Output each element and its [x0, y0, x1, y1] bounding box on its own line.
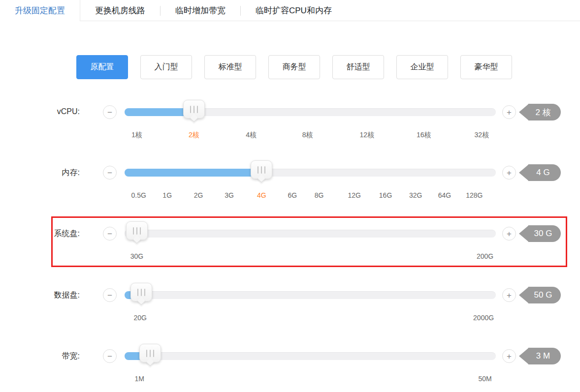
increase-button[interactable]: +	[502, 105, 516, 119]
slider-track[interactable]	[125, 108, 496, 116]
tick-label: 1M	[134, 375, 144, 383]
value-badge-text: 30 G	[528, 225, 561, 242]
tick-label: 6G	[288, 191, 297, 199]
slider-handle[interactable]	[130, 283, 152, 302]
decrease-button[interactable]: −	[103, 349, 117, 363]
tick-label: 1核	[131, 131, 142, 140]
tick-label: 2核	[189, 131, 199, 140]
tick-label: 2000G	[473, 314, 494, 322]
increase-button[interactable]: +	[502, 166, 516, 180]
value-badge: 2 核	[519, 104, 561, 121]
plus-icon: +	[507, 108, 512, 117]
tick-labels: 30G200G	[125, 252, 496, 260]
decrease-button[interactable]: −	[103, 105, 117, 119]
tick-label: 4G	[257, 191, 266, 199]
tick-label: 12核	[360, 131, 375, 140]
slider-row-data-disk: 数据盘: − + 50 G 20G2000G	[0, 281, 580, 331]
tick-label: 4核	[246, 131, 257, 140]
preset-original-config[interactable]: 原配置	[76, 55, 128, 79]
minus-icon: −	[107, 291, 112, 300]
decrease-button[interactable]: −	[103, 288, 117, 302]
preset-business[interactable]: 商务型	[268, 55, 320, 79]
slider-row-vcpu: vCPU: − + 2 核 1核2核4核8核12核16核32核	[0, 98, 580, 148]
slider-handle[interactable]	[183, 100, 205, 119]
tick-label: 3G	[225, 191, 234, 199]
decrease-button[interactable]: −	[103, 227, 117, 241]
preset-comfort[interactable]: 舒适型	[332, 55, 384, 79]
minus-icon: −	[107, 108, 112, 117]
tick-label: 8G	[315, 191, 324, 199]
tick-label: 32G	[409, 191, 422, 199]
value-badge: 50 G	[519, 287, 561, 303]
tick-label: 1G	[162, 191, 172, 199]
slider-fill	[125, 169, 261, 177]
minus-icon: −	[107, 168, 112, 178]
slider-label: 内存:	[25, 168, 80, 178]
slider-track[interactable]	[125, 169, 496, 177]
plus-icon: +	[507, 352, 512, 361]
value-badge-text: 2 核	[528, 104, 561, 121]
plus-icon: +	[507, 229, 512, 239]
tick-label: 128G	[466, 191, 483, 199]
slider-row-system-disk: 系统盘: − + 30 G 30G200G	[0, 220, 580, 269]
slider-track[interactable]	[125, 352, 496, 360]
tick-label: 50M	[479, 375, 492, 383]
tick-label: 20G	[133, 314, 146, 322]
preset-standard[interactable]: 标准型	[204, 55, 256, 79]
tick-labels: 1M50M	[125, 375, 496, 383]
tick-label: 200G	[477, 252, 493, 260]
tick-labels: 20G2000G	[125, 314, 496, 322]
tick-label: 16核	[417, 131, 431, 140]
tab-upgrade-fixed-config[interactable]: 升级固定配置	[0, 0, 80, 21]
value-badge-text: 3 M	[528, 348, 561, 364]
value-badge-text: 4 G	[528, 164, 561, 181]
preset-deluxe[interactable]: 豪华型	[460, 55, 512, 79]
minus-icon: −	[107, 229, 112, 239]
value-badge-text: 50 G	[528, 287, 561, 303]
slider-label: 数据盘:	[25, 290, 80, 301]
decrease-button[interactable]: −	[103, 166, 117, 180]
preset-entry[interactable]: 入门型	[140, 55, 192, 79]
minus-icon: −	[107, 352, 112, 361]
value-badge: 3 M	[519, 348, 561, 364]
preset-button-row: 原配置 入门型 标准型 商务型 舒适型 企业型 豪华型	[76, 55, 524, 79]
increase-button[interactable]: +	[502, 349, 516, 363]
tick-label: 64G	[438, 191, 451, 199]
tick-label: 0.5G	[131, 191, 146, 199]
tick-label: 16G	[379, 191, 392, 199]
tab-temp-increase-bandwidth[interactable]: 临时增加带宽	[161, 0, 240, 21]
tick-label: 8核	[302, 131, 313, 140]
plus-icon: +	[507, 168, 512, 178]
slider-handle[interactable]	[126, 221, 148, 240]
upgrade-config-page: 升级固定配置 更换机房线路 临时增加带宽 临时扩容CPU和内存 原配置 入门型 …	[0, 0, 580, 392]
value-badge: 4 G	[519, 164, 561, 181]
tab-change-datacenter-line[interactable]: 更换机房线路	[80, 0, 160, 21]
slider-label: vCPU:	[25, 107, 80, 116]
tick-label: 2G	[194, 191, 203, 199]
increase-button[interactable]: +	[502, 288, 516, 302]
tick-label: 30G	[130, 252, 143, 260]
slider-handle[interactable]	[139, 344, 161, 362]
slider-handle[interactable]	[251, 160, 272, 179]
preset-enterprise[interactable]: 企业型	[396, 55, 448, 79]
tick-label: 32核	[475, 131, 489, 140]
slider-label: 带宽:	[25, 351, 80, 362]
tick-labels: 1核2核4核8核12核16核32核	[125, 131, 496, 139]
slider-track[interactable]	[125, 230, 496, 238]
slider-row-memory: 内存: − + 4 G 0.5G1G2G3G4G6G8G12G16G32G64G…	[0, 159, 580, 208]
value-badge: 30 G	[519, 225, 561, 242]
tab-bar: 升级固定配置 更换机房线路 临时增加带宽 临时扩容CPU和内存	[0, 0, 580, 21]
slider-track[interactable]	[125, 291, 496, 299]
tick-label: 12G	[348, 191, 360, 199]
increase-button[interactable]: +	[502, 227, 516, 241]
tick-labels: 0.5G1G2G3G4G6G8G12G16G32G64G128G	[125, 191, 496, 199]
slider-row-bandwidth: 带宽: − + 3 M 1M50M	[0, 342, 580, 392]
tab-temp-expand-cpu-memory[interactable]: 临时扩容CPU和内存	[241, 0, 347, 21]
slider-label: 系统盘:	[25, 229, 80, 239]
plus-icon: +	[507, 291, 512, 300]
